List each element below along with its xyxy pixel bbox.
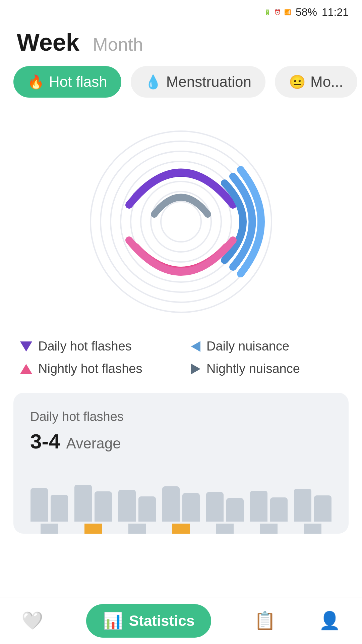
radial-chart [84,124,278,319]
mood-icon: 😐 [289,74,306,90]
bar-col-3b [138,496,156,522]
period-tabs: Week Month [0,22,362,66]
nightly-nuisance-icon [191,364,200,374]
bar-bottom-3 [128,524,146,534]
bar-pair-1 [31,488,68,522]
chip-menstruation[interactable]: 💧 Menstruation [131,66,265,98]
bar-col-2a [74,485,92,522]
daily-hot-flashes-icon [20,341,32,352]
stats-number: 3-4 [30,429,60,453]
nightly-hot-flashes-icon [20,364,32,374]
time-display: 11:21 [322,6,349,18]
alarm-icon: ⏰ [274,9,281,15]
bar-col-7b [314,495,331,522]
bar-bottom-7 [304,524,321,534]
legend-daily-nuisance: Daily nuisance [191,339,342,354]
nav-statistics[interactable]: 📊 Statistics [86,604,212,638]
svg-point-9 [166,207,196,237]
bar-bottom-6 [260,524,278,534]
notes-icon: 📋 [254,610,276,631]
legend-daily-hot-flashes-label: Daily hot flashes [38,339,132,354]
bar-bottom-4-highlight [172,524,190,534]
bar-col-3a [118,490,136,522]
tab-week[interactable]: Week [17,29,79,56]
chip-menstruation-label: Menstruation [166,73,251,90]
statistics-icon: 📊 [103,611,123,630]
bar-col-7a [294,489,311,522]
bar-group-4 [162,486,200,534]
legend-nightly-hot-flashes-label: Nightly hot flashes [38,362,142,376]
radial-chart-svg [84,124,278,319]
stats-card: Daily hot flashes 3-4 Average [13,393,349,534]
legend-nightly-nuisance-label: Nightly nuisance [206,362,300,376]
nav-profile[interactable]: 👤 [319,610,341,631]
bar-chart [30,467,332,534]
status-icons: 🔋 ⏰ 📶 [264,9,291,15]
bar-pair-2 [74,485,112,522]
drop-icon: 💧 [145,74,162,90]
chip-hot-flash-label: Hot flash [49,73,107,90]
bar-group-1 [30,488,68,534]
bar-bottom-5 [216,524,234,534]
bar-pair-7 [294,489,331,522]
bar-col-1b [51,495,68,522]
statistics-label: Statistics [129,612,195,629]
daily-nuisance-icon [191,341,200,352]
bottom-nav: 🤍 📊 Statistics 📋 👤 [0,597,362,644]
legend-nightly-nuisance: Nightly nuisance [191,362,342,376]
tab-month[interactable]: Month [93,34,143,55]
stats-card-title: Daily hot flashes [30,410,332,424]
bar-col-5a [206,492,224,522]
bar-pair-5 [206,492,244,522]
legend-daily-hot-flashes: Daily hot flashes [20,339,171,354]
bar-group-2 [74,485,112,534]
bar-group-5 [206,492,244,534]
bar-group-3 [118,490,156,534]
bar-group-6 [250,491,288,534]
home-icon: 🤍 [21,610,43,631]
bar-col-4b [182,493,200,522]
bar-col-1a [31,488,48,522]
bar-bottom-1 [41,524,58,534]
flame-icon: 🔥 [27,74,44,90]
bar-pair-4 [162,486,200,522]
bar-col-4a [162,486,180,522]
bar-pair-3 [118,490,156,522]
nav-notes[interactable]: 📋 [254,610,276,631]
chip-mood[interactable]: 😐 Mo... [275,66,357,98]
legend-daily-nuisance-label: Daily nuisance [206,339,289,354]
bar-group-7 [294,489,332,534]
bar-col-6b [270,497,288,522]
battery-percent: 58% [296,6,317,18]
stats-value-label: Average [66,435,121,452]
profile-icon: 👤 [319,610,341,631]
bar-col-6a [250,491,267,522]
bar-col-2b [95,491,112,522]
chart-legend: Daily hot flashes Daily nuisance Nightly… [0,339,362,393]
nav-home[interactable]: 🤍 [21,610,43,631]
chip-mood-label: Mo... [310,73,343,90]
radial-chart-area [0,111,362,339]
bar-col-5b [226,498,244,522]
wifi-icon: 📶 [284,9,291,15]
chip-hot-flash[interactable]: 🔥 Hot flash [13,66,121,98]
filter-chips: 🔥 Hot flash 💧 Menstruation 😐 Mo... [0,66,362,111]
bar-pair-6 [250,491,288,522]
stats-card-value-row: 3-4 Average [30,429,332,453]
legend-nightly-hot-flashes: Nightly hot flashes [20,362,171,376]
battery-icon: 🔋 [264,9,271,15]
status-bar: 🔋 ⏰ 📶 58% 11:21 [0,0,362,22]
bar-bottom-2-highlight [84,524,102,534]
